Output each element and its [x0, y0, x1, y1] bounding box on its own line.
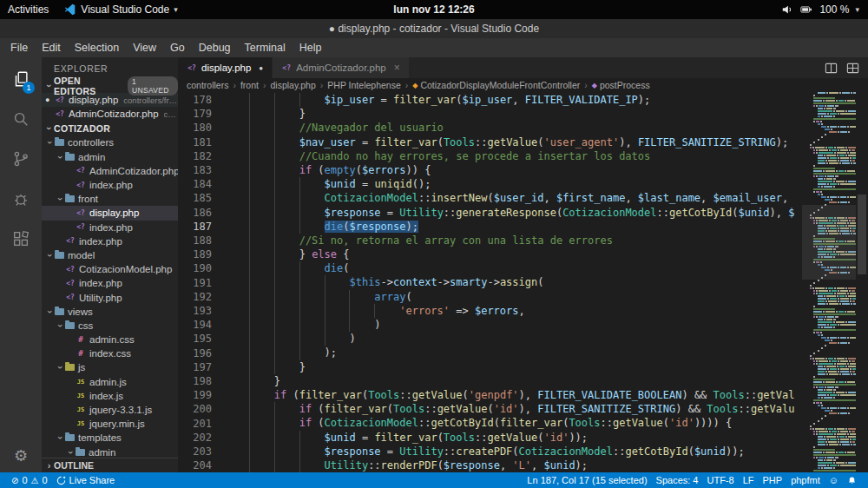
breadcrumb-item[interactable]: controllers — [187, 80, 228, 90]
code-line[interactable]: $response = Utility::createPDF(Cotizacio… — [224, 445, 802, 458]
code-line[interactable]: ); — [224, 346, 802, 359]
code-line[interactable]: if (filter_var(Tools::getValue('genpdf')… — [224, 388, 802, 402]
line-number[interactable]: 183 — [178, 163, 212, 177]
line-number[interactable]: 197 — [178, 360, 212, 374]
system-tray[interactable]: 100 % ▾ — [781, 3, 868, 16]
line-number[interactable]: 204 — [178, 458, 212, 472]
feedback-icon[interactable]: ☺ — [825, 475, 843, 485]
tree-file-admincotizador.php[interactable]: <?AdminCotizador.php — [42, 164, 178, 178]
code-line[interactable]: } — [224, 374, 802, 388]
menu-file[interactable]: File — [3, 40, 35, 56]
indentation-setting[interactable]: Spaces: 4 — [652, 475, 703, 485]
code-line[interactable]: //Navegador del usuario — [224, 121, 802, 135]
tree-folder-controllers[interactable]: ›controllers — [42, 135, 178, 149]
code-line[interactable]: $response = Utility::generateResponse(Co… — [224, 206, 802, 220]
formatter-setting[interactable]: phpfmt — [786, 475, 825, 485]
code-line[interactable]: Utility::renderPDF($response, 'L', $unid… — [224, 458, 802, 472]
line-number[interactable]: 202 — [178, 431, 212, 445]
code-line[interactable]: $ip_user = filter_var($ip_user, FILTER_V… — [224, 93, 802, 107]
extensions-icon[interactable] — [0, 219, 42, 259]
gutter[interactable]: 1781791801811821831841851861871881891901… — [178, 92, 224, 472]
code-line[interactable]: } else { — [224, 247, 802, 261]
encoding-setting[interactable]: UTF-8 — [702, 475, 738, 485]
menu-edit[interactable]: Edit — [35, 40, 68, 56]
menu-selection[interactable]: Selection — [68, 40, 126, 56]
cursor-position[interactable]: Ln 187, Col 17 (15 selected) — [523, 475, 651, 485]
app-menu[interactable]: Visual Studio Code ▾ — [56, 0, 185, 19]
line-number[interactable]: 199 — [178, 388, 212, 402]
code-line[interactable]: if (empty($errors)) { — [224, 163, 802, 177]
code-line[interactable]: } — [224, 360, 802, 374]
tree-folder-model[interactable]: ›model — [42, 248, 178, 262]
line-number[interactable]: 178 — [178, 93, 212, 107]
minimap-slider[interactable] — [802, 205, 856, 280]
tree-folder-templates[interactable]: ›templates — [42, 431, 178, 445]
line-number[interactable]: 187 — [178, 220, 212, 234]
line-number[interactable]: 203 — [178, 445, 212, 458]
settings-gear-icon[interactable]: ⚙ — [14, 446, 28, 465]
menu-help[interactable]: Help — [293, 40, 329, 56]
tab-display.php[interactable]: <?display.php● — [178, 57, 273, 78]
line-number[interactable]: 195 — [178, 332, 212, 346]
tree-file-display.php[interactable]: <?display.php — [42, 206, 178, 220]
tree-file-index.php[interactable]: <?index.php — [42, 178, 178, 192]
tree-file-index.php[interactable]: <?index.php — [42, 234, 178, 248]
line-number[interactable]: 201 — [178, 417, 212, 431]
tree-file-jquery.min.js[interactable]: JSjquery.min.js — [42, 417, 178, 431]
code-line[interactable]: } — [224, 107, 802, 121]
line-number[interactable]: 192 — [178, 290, 212, 304]
code-line[interactable]: ) — [224, 332, 802, 346]
vertical-scrollbar[interactable] — [856, 92, 868, 472]
tree-file-index.js[interactable]: JSindex.js — [42, 389, 178, 403]
line-number[interactable]: 196 — [178, 346, 212, 360]
tree-file-index.css[interactable]: #index.css — [42, 346, 178, 360]
activities-button[interactable]: Activities — [0, 0, 56, 19]
tree-folder-admin[interactable]: ›admin — [42, 150, 178, 164]
close-icon[interactable]: × — [394, 62, 400, 74]
tree-file-admin.js[interactable]: JSadmin.js — [42, 375, 178, 389]
breadcrumb-item[interactable]: ◆CotizadorDisplayModuleFrontController — [412, 80, 580, 90]
open-editor-item[interactable]: <?AdminCotizador.phpcontr... — [42, 107, 178, 121]
window-titlebar[interactable]: ● display.php - cotizador - Visual Studi… — [0, 19, 868, 38]
tree-file-utility.php[interactable]: <?Utility.php — [42, 290, 178, 304]
tree-file-index.php[interactable]: <?index.php — [42, 276, 178, 290]
line-number[interactable]: 198 — [178, 374, 212, 388]
line-number[interactable]: 188 — [178, 234, 212, 247]
code-line[interactable]: ) — [224, 318, 802, 332]
line-number[interactable]: 184 — [178, 177, 212, 191]
source-control-icon[interactable] — [0, 139, 42, 179]
scrollbar-thumb[interactable] — [858, 195, 866, 274]
line-number[interactable]: 179 — [178, 107, 212, 121]
eol-setting[interactable]: LF — [739, 475, 759, 485]
code-line[interactable]: array( — [224, 290, 802, 304]
code-line[interactable]: $unid = filter_var(Tools::getValue('id')… — [224, 431, 802, 445]
line-number[interactable]: 200 — [178, 402, 212, 416]
clock[interactable]: lun nov 12 12:26 — [393, 3, 474, 16]
tab-admincotizador.php[interactable]: <?AdminCotizador.php× — [273, 57, 410, 78]
debug-icon[interactable] — [0, 179, 42, 219]
menu-terminal[interactable]: Terminal — [238, 40, 293, 56]
code-line[interactable]: $nav_user = filter_var(Tools::getValue('… — [224, 135, 802, 149]
code-lines[interactable]: $ip_user = filter_var($ip_user, FILTER_V… — [224, 92, 802, 472]
line-number[interactable]: 193 — [178, 304, 212, 318]
tree-folder-css[interactable]: ›css — [42, 319, 178, 333]
breadcrumb-item[interactable]: PHP Intelephense — [327, 80, 400, 90]
workspace-header[interactable]: › COTIZADOR — [42, 121, 178, 135]
line-number[interactable]: 180 — [178, 121, 212, 135]
problems-indicator[interactable]: ⊘ 0 ⚠ 0 — [7, 475, 52, 485]
open-editors-header[interactable]: › OPEN EDITORS 1 UNSAVED — [42, 78, 178, 93]
line-number[interactable]: 194 — [178, 318, 212, 332]
code-line[interactable]: die($response); — [224, 220, 802, 234]
notifications-bell-icon[interactable] — [843, 476, 861, 485]
outline-section[interactable]: › OUTLINE — [42, 458, 178, 472]
menu-view[interactable]: View — [126, 40, 163, 56]
tree-folder-front[interactable]: ›front — [42, 192, 178, 206]
line-number[interactable]: 186 — [178, 206, 212, 220]
code-line[interactable]: $unid = uniqid(); — [224, 177, 802, 191]
breadcrumb-item[interactable]: ◆postProcess — [592, 80, 650, 90]
tree-file-jquery-3.3.1.js[interactable]: JSjquery-3.3.1.js — [42, 403, 178, 417]
menu-debug[interactable]: Debug — [192, 40, 238, 56]
tree-file-cotizacionmodel.php[interactable]: <?CotizacionModel.php — [42, 262, 178, 276]
code-line[interactable]: die( — [224, 261, 802, 275]
line-number[interactable]: 191 — [178, 276, 212, 290]
